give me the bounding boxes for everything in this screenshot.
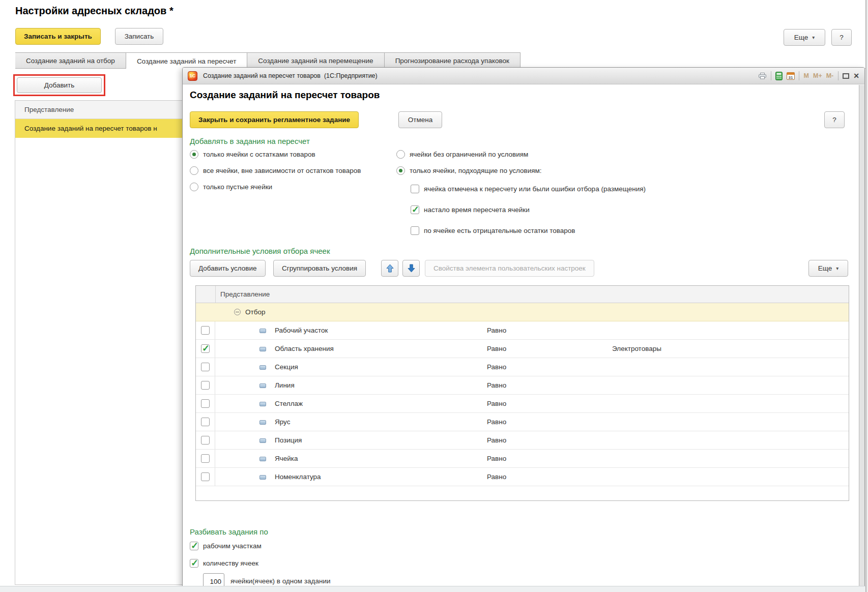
checkbox-control[interactable] xyxy=(201,436,210,445)
settings-list-header[interactable]: Представление xyxy=(15,101,183,119)
condition-row[interactable]: Номенклатура Равно xyxy=(196,468,849,486)
condition-row[interactable]: Рабочий участок Равно xyxy=(196,321,849,340)
checkbox-control[interactable] xyxy=(201,326,210,335)
radio-control[interactable] xyxy=(190,150,198,159)
checkbox-control[interactable] xyxy=(201,363,210,371)
condition-checkbox-cell[interactable] xyxy=(196,450,215,467)
memory-button[interactable]: M xyxy=(803,72,809,79)
filter-item-icon xyxy=(259,347,266,351)
checkbox-control[interactable] xyxy=(201,472,210,481)
move-up-icon xyxy=(386,264,394,273)
condition-row[interactable]: Позиция Равно xyxy=(196,431,849,450)
checkbox-control[interactable] xyxy=(411,226,419,235)
condition-row[interactable]: Область хранения Равно Электротовары xyxy=(196,340,849,358)
add-condition-button[interactable]: Добавить условие xyxy=(190,260,266,277)
checkbox-option[interactable]: количеству ячеек xyxy=(190,557,262,569)
help-button[interactable]: ? xyxy=(831,29,852,46)
dialog-cancel-button[interactable]: Отмена xyxy=(398,111,442,128)
condition-comparison: Равно xyxy=(487,431,506,449)
condition-row[interactable]: Линия Равно xyxy=(196,376,849,395)
radio-control[interactable] xyxy=(190,183,198,191)
condition-row[interactable]: Секция Равно xyxy=(196,358,849,376)
dialog-help-button[interactable]: ? xyxy=(824,111,845,128)
condition-checkbox-cell[interactable] xyxy=(196,376,215,394)
dialog-titlebar[interactable]: 1С Создание заданий на пересчет товаров … xyxy=(183,68,864,84)
checkbox-control[interactable] xyxy=(201,454,210,463)
memory-button[interactable]: M- xyxy=(826,72,834,79)
save-and-close-button[interactable]: Записать и закрыть xyxy=(15,28,101,45)
section-add-heading: Добавлять в задания на пересчет xyxy=(190,137,310,145)
condition-checkbox-cell[interactable] xyxy=(196,321,215,339)
recount-tasks-dialog: 1С Создание заданий на пересчет товаров … xyxy=(182,67,865,592)
condition-name: Ярус xyxy=(275,413,290,431)
checkbox-control[interactable] xyxy=(201,399,210,408)
dialog-scrollbar[interactable] xyxy=(859,85,864,591)
titlebar-separator xyxy=(838,71,838,80)
conditions-table-header[interactable]: Представление xyxy=(196,286,849,303)
radio-option[interactable]: только пустые ячейки xyxy=(190,181,361,193)
checkbox-option[interactable]: рабочим участкам xyxy=(190,540,262,552)
checkbox-control[interactable] xyxy=(190,559,198,568)
tab[interactable]: Прогнозирование расхода упаковок xyxy=(385,52,520,69)
checkbox-option[interactable]: по ячейке есть отрицательные остатки тов… xyxy=(411,224,646,236)
more-button[interactable]: Еще ▾ xyxy=(784,29,825,46)
condition-name: Номенклатура xyxy=(275,468,321,486)
condition-checkbox-cell[interactable] xyxy=(196,431,215,449)
settings-list-selected-row[interactable]: Создание заданий на пересчет товаров н xyxy=(15,119,183,138)
condition-checkbox-cell[interactable] xyxy=(196,413,215,431)
memory-button[interactable]: M+ xyxy=(813,72,823,79)
radio-control[interactable] xyxy=(190,166,198,175)
condition-row[interactable]: Ячейка Равно xyxy=(196,450,849,468)
radio-label: ячейки без ограничений по условиям xyxy=(410,151,528,158)
checkbox-option[interactable]: ячейка отмечена к пересчету или были оши… xyxy=(411,183,646,195)
checkbox-control[interactable] xyxy=(201,381,210,390)
filter-item-icon xyxy=(259,365,266,370)
condition-checkbox-cell[interactable] xyxy=(196,395,215,412)
move-down-button[interactable] xyxy=(402,260,420,277)
dialog-save-close-button[interactable]: Закрыть и сохранить регламентное задание xyxy=(190,111,359,128)
radio-option[interactable]: только ячейки, подходящие по условиям: xyxy=(396,164,542,176)
condition-row[interactable]: Ярус Равно xyxy=(196,413,849,431)
condition-checkbox-cell[interactable] xyxy=(196,468,215,486)
collapse-minus-icon[interactable] xyxy=(234,309,241,315)
checkbox-option[interactable]: настало время пересчета ячейки xyxy=(411,203,646,216)
filter-item-icon xyxy=(259,402,266,406)
group-conditions-button[interactable]: Сгруппировать условия xyxy=(273,260,366,277)
settings-list: Представление Создание заданий на пересч… xyxy=(15,100,183,585)
radio-control[interactable] xyxy=(396,166,405,175)
radio-option[interactable]: ячейки без ограничений по условиям xyxy=(396,148,542,160)
checkbox-control[interactable] xyxy=(201,418,210,426)
condition-name: Ячейка xyxy=(275,450,298,467)
tab[interactable]: Создание заданий на отбор xyxy=(15,52,126,69)
add-button[interactable]: Добавить xyxy=(17,77,102,93)
condition-row[interactable]: Стеллаж Равно xyxy=(196,395,849,413)
calendar-icon[interactable]: 31 xyxy=(787,72,795,80)
condition-checkbox-cell[interactable] xyxy=(196,340,215,358)
memory-buttons: M M+ M- xyxy=(803,72,834,79)
checkbox-control[interactable] xyxy=(411,205,419,214)
radio-option[interactable]: все ячейки, вне зависимости от остатков … xyxy=(190,164,361,176)
close-icon[interactable]: ✕ xyxy=(853,72,859,79)
radio-option[interactable]: только ячейки с остатками товаров xyxy=(190,148,361,160)
radio-group-right: ячейки без ограничений по условиям тольк… xyxy=(396,148,542,176)
filter-item-icon xyxy=(259,438,266,443)
conditions-more-button[interactable]: Еще ▾ xyxy=(808,260,848,277)
checkbox-control[interactable] xyxy=(201,344,210,353)
filter-item-icon xyxy=(259,420,266,425)
maximize-icon[interactable] xyxy=(843,73,849,79)
print-icon[interactable] xyxy=(758,72,767,79)
radio-control[interactable] xyxy=(396,150,405,159)
condition-comparison: Равно xyxy=(487,321,506,339)
user-settings-props-button[interactable]: Свойства элемента пользовательских настр… xyxy=(425,260,594,277)
checkbox-control[interactable] xyxy=(411,185,419,193)
tab[interactable]: Создание заданий на перемещение xyxy=(247,52,384,69)
conditions-group-row[interactable]: Отбор xyxy=(196,303,849,321)
tab-label: Создание заданий на перемещение xyxy=(258,57,373,65)
calculator-icon[interactable] xyxy=(775,72,783,80)
condition-comparison: Равно xyxy=(487,450,506,467)
condition-name: Линия xyxy=(275,376,295,394)
checkbox-control[interactable] xyxy=(190,542,198,550)
save-button[interactable]: Записать xyxy=(115,28,163,45)
condition-checkbox-cell[interactable] xyxy=(196,358,215,376)
move-up-button[interactable] xyxy=(381,260,398,277)
